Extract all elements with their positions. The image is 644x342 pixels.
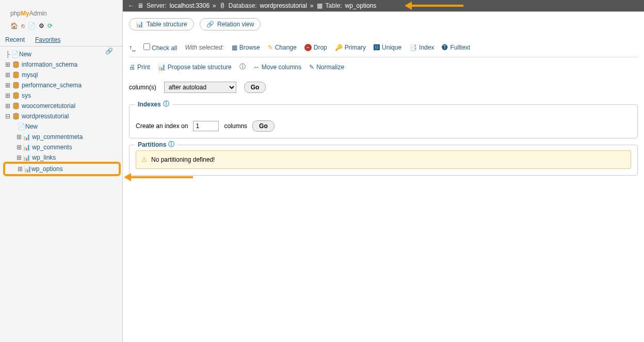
- tree-table[interactable]: ⊞📊 wp_links: [4, 152, 120, 163]
- sel-fulltext[interactable]: 🅣 Fulltext: [442, 44, 470, 51]
- sel-browse[interactable]: ▦ Browse: [232, 44, 260, 51]
- arrow-up-icon: ↑_: [129, 44, 136, 51]
- breadcrumb: ← 🖥 Server: localhost:3306 » 🛢 Database:…: [123, 0, 644, 11]
- tab-favorites[interactable]: Favorites: [30, 34, 66, 46]
- highlighted-table: ⊞📊 wp_options: [3, 162, 121, 176]
- tree-table[interactable]: ⊞📊 wp_comments: [4, 142, 120, 152]
- help-icon[interactable]: ⓘ: [163, 100, 169, 108]
- docs-icon[interactable]: 📄: [28, 22, 36, 29]
- svg-point-5: [13, 76, 19, 78]
- tree-new-table[interactable]: 📄 New: [4, 121, 120, 132]
- navigation-sidebar: phpMyAdmin 🏠 ⎋ 📄 ⚙ ⟳ Recent Favorites 🔗 …: [0, 0, 123, 342]
- subtab-relation-view[interactable]: 🔗 Relation view: [200, 18, 261, 30]
- logo: phpMyAdmin: [0, 0, 122, 21]
- sel-change[interactable]: ✎ Change: [268, 44, 297, 51]
- chain-icon[interactable]: 🔗: [105, 48, 113, 55]
- indexes-title: Indexes ⓘ: [135, 100, 172, 108]
- svg-point-8: [13, 86, 19, 88]
- server-icon: 🖥: [137, 2, 143, 9]
- tree-db[interactable]: ⊞ woocomercetutorial: [4, 101, 120, 111]
- reload-icon[interactable]: ⟳: [47, 22, 53, 29]
- sel-unique[interactable]: 🆄 Unique: [374, 44, 401, 51]
- sel-index[interactable]: 📑 Index: [409, 44, 434, 51]
- nav-tabs: Recent Favorites: [0, 34, 122, 46]
- after-column-select[interactable]: after autoload: [164, 82, 236, 93]
- svg-point-11: [13, 97, 19, 99]
- svg-point-14: [13, 107, 19, 109]
- sidebar-quick-icons: 🏠 ⎋ 📄 ⚙ ⟳: [0, 21, 122, 34]
- partition-warning: ⚠ No partitioning defined!: [136, 150, 631, 169]
- indexes-section: Indexes ⓘ Create an index on columns Go: [129, 104, 638, 138]
- database-icon: 🛢: [219, 2, 226, 9]
- print-link[interactable]: 🖨 Print: [129, 64, 150, 71]
- logout-icon[interactable]: ⎋: [21, 22, 25, 29]
- database-icon: [12, 102, 21, 110]
- partitions-title: Partitions ⓘ: [135, 140, 178, 149]
- warning-icon: ⚠: [141, 156, 147, 163]
- database-icon: [12, 113, 21, 120]
- settings-icon[interactable]: ⚙: [39, 22, 44, 29]
- move-columns-link[interactable]: ↔ Move columns: [253, 64, 301, 71]
- normalize-link[interactable]: ✎ Normalize: [309, 64, 344, 71]
- check-all[interactable]: Check all: [143, 43, 178, 52]
- db-tree: ├📄 New ⊞ information_schema⊞ mysql⊞ perf…: [0, 46, 122, 178]
- breadcrumb-table[interactable]: wp_options: [345, 2, 377, 9]
- table-icon: ▦: [317, 2, 323, 9]
- main-content: ← 🖥 Server: localhost:3306 » 🛢 Database:…: [123, 0, 644, 342]
- tree-db[interactable]: ⊞ performance_schema: [4, 80, 120, 90]
- annotation-arrow-breadcrumb: [405, 2, 463, 10]
- tree-table-wp-options[interactable]: ⊞📊 wp_options: [5, 164, 119, 174]
- tab-recent[interactable]: Recent: [0, 34, 30, 46]
- with-selected-bar: ↑_ Check all With selected: ▦ Browse ✎ C…: [129, 38, 638, 57]
- add-columns-bar: column(s) after autoload Go: [129, 76, 638, 98]
- table-tools-bar: 🖨 Print 📊 Propose table structure ⓘ ↔ Mo…: [129, 57, 638, 76]
- breadcrumb-server[interactable]: localhost:3306: [170, 2, 210, 9]
- help-icon[interactable]: ⓘ: [168, 140, 174, 149]
- annotation-arrow-sidebar: [124, 173, 193, 181]
- subtab-table-structure[interactable]: 📊 Table structure: [129, 18, 194, 30]
- sel-primary[interactable]: 🔑 Primary: [335, 44, 366, 51]
- propose-link[interactable]: 📊 Propose table structure: [158, 64, 232, 71]
- back-icon[interactable]: ←: [128, 2, 134, 9]
- add-columns-go-button[interactable]: Go: [244, 82, 266, 93]
- breadcrumb-db[interactable]: wordpresstutorial: [260, 2, 307, 9]
- create-index-row: Create an index on columns Go: [136, 120, 631, 132]
- sel-drop[interactable]: − Drop: [304, 44, 327, 51]
- tree-db-current[interactable]: ⊟ wordpresstutorial: [4, 111, 120, 121]
- tree-db[interactable]: ⊞ mysql: [4, 70, 120, 80]
- svg-point-17: [13, 117, 19, 119]
- home-icon[interactable]: 🏠: [10, 22, 18, 29]
- database-icon: [12, 92, 21, 99]
- help-icon[interactable]: ⓘ: [239, 63, 246, 71]
- create-index-go-button[interactable]: Go: [252, 120, 275, 132]
- partitions-section: Partitions ⓘ ⚠ No partitioning defined!: [129, 145, 638, 176]
- tree-db[interactable]: ⊞ sys: [4, 90, 120, 101]
- database-icon: [12, 82, 21, 89]
- database-icon: [12, 71, 21, 79]
- index-columns-input[interactable]: [193, 121, 219, 131]
- subtabs: 📊 Table structure 🔗 Relation view: [129, 18, 638, 30]
- tree-table[interactable]: ⊞📊 wp_commentmeta: [4, 132, 120, 142]
- tree-db[interactable]: ⊞ information_schema: [4, 59, 120, 70]
- database-icon: [12, 61, 21, 68]
- svg-point-2: [13, 66, 19, 68]
- tree-new-db[interactable]: ├📄 New: [4, 49, 96, 59]
